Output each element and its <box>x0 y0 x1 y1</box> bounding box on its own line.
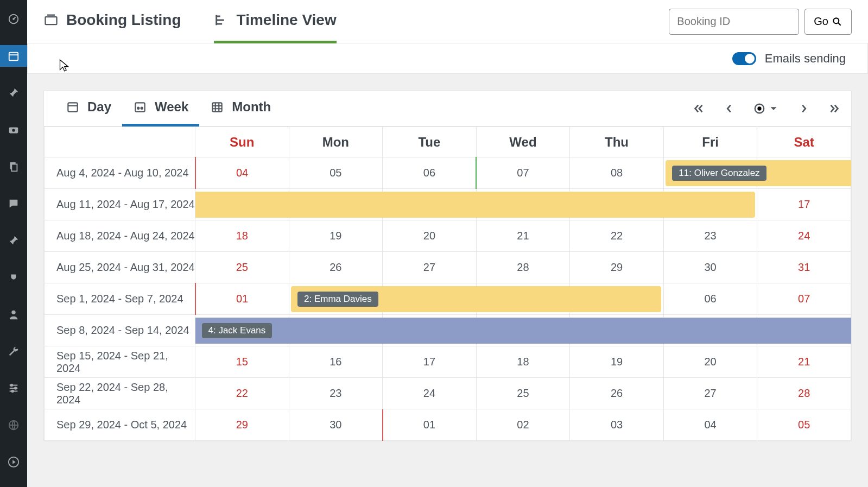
comment-icon[interactable] <box>0 193 27 214</box>
camera-icon[interactable] <box>0 119 27 141</box>
day-cell[interactable]: 12 <box>289 189 383 220</box>
go-button[interactable]: Go <box>804 9 852 35</box>
sliders-icon[interactable] <box>0 377 27 399</box>
day-cell[interactable]: 04 <box>476 283 570 315</box>
day-cell[interactable]: 27 <box>383 252 477 283</box>
pin2-icon[interactable] <box>0 230 27 251</box>
globe-icon[interactable] <box>0 414 27 436</box>
day-cell[interactable]: 26 <box>570 378 664 409</box>
day-cell[interactable]: 26 <box>289 252 383 283</box>
nav-prev[interactable] <box>723 103 735 115</box>
svg-point-10 <box>11 390 14 393</box>
calendar-icon[interactable] <box>0 45 27 67</box>
day-cell[interactable]: 20 <box>663 346 757 378</box>
day-cell[interactable]: 01 <box>195 283 289 315</box>
day-cell[interactable]: 08 <box>195 315 289 346</box>
day-cell[interactable]: 14 <box>476 189 570 220</box>
day-cell[interactable]: 07 <box>757 283 851 315</box>
view-tab-day[interactable]: Day <box>55 91 122 127</box>
nav-next-fast[interactable] <box>828 103 840 115</box>
day-header: Thu <box>570 127 664 157</box>
day-cell[interactable]: 25 <box>476 378 570 409</box>
day-cell[interactable]: 10 <box>383 315 477 346</box>
day-cell[interactable]: 22 <box>570 220 664 252</box>
tab-timeline-view[interactable]: Timeline View <box>214 0 337 43</box>
view-tab-month[interactable]: Month <box>199 91 282 127</box>
day-cell[interactable]: 25 <box>195 252 289 283</box>
day-cell[interactable]: 19 <box>289 220 383 252</box>
day-cell[interactable]: 16 <box>289 346 383 378</box>
files-icon[interactable] <box>0 156 27 178</box>
day-cell[interactable]: 15 <box>570 189 664 220</box>
emails-toggle[interactable] <box>732 52 756 65</box>
day-cell[interactable]: 30 <box>289 409 383 441</box>
user-icon[interactable] <box>0 303 27 325</box>
svg-point-8 <box>11 384 13 387</box>
day-cell[interactable]: 11 <box>476 315 570 346</box>
booking-id-input[interactable] <box>669 9 799 35</box>
day-cell[interactable]: 23 <box>663 220 757 252</box>
week-range: Sep 22, 2024 - Sep 28, 2024 <box>45 378 195 409</box>
day-cell[interactable]: 15 <box>195 346 289 378</box>
view-tab-label: Day <box>87 99 111 115</box>
day-cell[interactable]: 05 <box>757 409 851 441</box>
svg-point-4 <box>12 129 15 132</box>
day-cell[interactable]: 08 <box>570 157 664 189</box>
day-cell[interactable]: 11 <box>195 189 289 220</box>
day-cell[interactable]: 29 <box>195 409 289 441</box>
day-cell[interactable]: 30 <box>663 252 757 283</box>
day-cell[interactable]: 22 <box>195 378 289 409</box>
day-cell[interactable]: 31 <box>757 252 851 283</box>
nav-next[interactable] <box>798 103 810 115</box>
day-cell[interactable]: 24 <box>383 378 477 409</box>
day-cell[interactable]: 05 <box>570 283 664 315</box>
day-cell[interactable]: 12 <box>570 315 664 346</box>
day-cell[interactable]: 03 <box>383 283 477 315</box>
view-tab-week[interactable]: Week <box>122 91 199 127</box>
week-range: Aug 18, 2024 - Aug 24, 2024 <box>45 220 195 252</box>
day-cell[interactable]: 05 <box>289 157 383 189</box>
wrench-icon[interactable] <box>0 340 27 362</box>
day-cell[interactable]: 14 <box>757 315 851 346</box>
day-cell[interactable]: 06 <box>663 283 757 315</box>
plug-icon[interactable] <box>0 267 27 288</box>
day-cell[interactable]: 17 <box>383 346 477 378</box>
day-cell[interactable]: 23 <box>289 378 383 409</box>
day-cell[interactable]: 02 <box>289 283 383 315</box>
play-icon[interactable] <box>0 451 27 473</box>
nav-today[interactable] <box>753 103 780 115</box>
day-cell[interactable]: 02 <box>476 409 570 441</box>
day-cell[interactable]: 09 <box>289 315 383 346</box>
nav-prev-fast[interactable] <box>693 103 705 115</box>
day-cell[interactable]: 06 <box>383 157 477 189</box>
day-cell[interactable]: 13 <box>663 315 757 346</box>
pin-icon[interactable] <box>0 82 27 104</box>
day-cell[interactable]: 01 <box>383 409 477 441</box>
day-cell[interactable]: 28 <box>476 252 570 283</box>
tab-booking-listing[interactable]: Booking Listing <box>43 0 181 43</box>
day-cell[interactable]: 18 <box>195 220 289 252</box>
day-cell[interactable]: 07 <box>476 157 570 189</box>
day-cell[interactable]: 03 <box>570 409 664 441</box>
day-cell[interactable]: 19 <box>570 346 664 378</box>
day-cell[interactable]: 21 <box>757 346 851 378</box>
day-cell[interactable]: 04 <box>195 157 289 189</box>
svg-point-17 <box>137 107 139 109</box>
timeline-row: Aug 11, 2024 - Aug 17, 20241112131415161… <box>45 189 851 220</box>
day-cell[interactable]: 16 <box>663 189 757 220</box>
day-cell[interactable]: 29 <box>570 252 664 283</box>
day-cell[interactable]: 09 <box>663 157 757 189</box>
day-cell[interactable]: 04 <box>663 409 757 441</box>
day-cell[interactable]: 20 <box>383 220 477 252</box>
dashboard-icon[interactable] <box>0 8 27 30</box>
day-cell[interactable]: 17 <box>757 189 851 220</box>
tab-label: Booking Listing <box>66 11 181 29</box>
day-cell[interactable]: 13 <box>383 189 477 220</box>
day-cell[interactable]: 27 <box>663 378 757 409</box>
day-cell[interactable]: 24 <box>757 220 851 252</box>
day-cell[interactable]: 28 <box>757 378 851 409</box>
week-range: Aug 25, 2024 - Aug 31, 2024 <box>45 252 195 283</box>
day-cell[interactable]: 10 <box>757 157 851 189</box>
day-cell[interactable]: 18 <box>476 346 570 378</box>
day-cell[interactable]: 21 <box>476 220 570 252</box>
